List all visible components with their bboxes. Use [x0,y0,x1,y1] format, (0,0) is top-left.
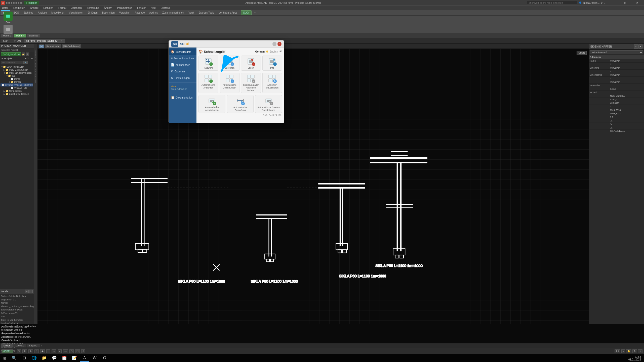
tree-item-root[interactable]: ▼ 📁 SuCri_Installation [1,65,33,68]
maximize-btn[interactable]: □ [619,0,631,6]
tree-item-001[interactable]: ▼ 📁 001 [1,74,33,77]
viewport-view-tag[interactable]: [-] [39,44,44,48]
lang-english[interactable]: English [270,50,278,53]
props-close-btn[interactable]: ✕ [638,44,642,49]
mod-tab-4[interactable]: Modul 4 [14,34,26,37]
status-clean-btn[interactable]: ☆ [638,349,642,353]
details-btn-1[interactable]: ≡ [25,290,29,293]
drawing-area[interactable]: SIKLA P80 L=1100 1m=1000 SIKLA P80 L=110… [37,49,589,324]
menu-parametrisch[interactable]: Parametrisch [116,6,133,10]
status-view-btn[interactable]: ○ [621,349,625,353]
lang-german[interactable]: German [255,50,265,53]
menu-datei[interactable]: Datei [1,6,9,10]
taskbar-start-btn[interactable]: ⊞ [1,355,9,362]
menu-fenster[interactable]: Fenster [136,6,147,10]
tool-auto-bemassung[interactable]: + + Automatische Bemaßung [227,95,254,113]
doc-tab-start[interactable]: Start [1,39,11,43]
freigeben-btn[interactable]: Freigeben [24,1,39,5]
tool-auto-ansichten[interactable]: + Automatische Ansichten [198,73,218,93]
status-polar-btn[interactable]: △ [34,349,39,353]
btab-layout2[interactable]: Layout2 [27,344,40,347]
tab-addins[interactable]: Add-ins [147,11,160,15]
search-input[interactable] [527,1,577,5]
menu-hilfe[interactable]: Hilfe [150,6,157,10]
tree-item-demo2[interactable]: ▼ 📁 Demo2 [1,80,33,83]
help-icon[interactable]: ? [604,2,605,4]
menu-zeichnen[interactable]: Zeichnen [70,6,83,10]
status-snap-btn[interactable]: □ [17,349,21,353]
tree-item-siframo[interactable]: 📋 siFramo_Typicals_StützF80 [1,83,33,86]
project-folder-icon[interactable]: 📁 [22,53,25,56]
tool-zuordnen[interactable]: + + Zuordnen [220,56,240,71]
tab-analyse[interactable]: Analyse [36,11,49,15]
menu-express[interactable]: Express [160,6,171,10]
tree-item-demo[interactable]: 📄 Demo [1,77,33,80]
taskbar-onenote-btn[interactable]: 📝 [70,355,79,362]
status-osnap-btn[interactable]: ◉ [40,349,45,353]
props-object-selector[interactable]: Keine Auswahl [590,50,643,54]
project-settings-icon[interactable]: ⚙ [26,53,29,56]
tab-zusammenarbeiten[interactable]: Zusammenarbeiten [160,11,186,15]
project-search-btn[interactable]: 🔍 [24,61,28,64]
popup-minimize-btn[interactable]: — [272,42,276,46]
popup-menu-sikla-ext[interactable]: sikla sikla extension [169,83,196,92]
doc-tab-001[interactable]: ☆ 001 [11,39,24,43]
tree-item-typicals[interactable]: 📄 Typicals_140 [1,86,33,89]
taskbar-mail-btn[interactable]: 📅 [60,355,69,362]
tool-auto-custom-anno[interactable]: ≡ ≡ Automatische Custom Annotationen [255,95,282,113]
close-btn[interactable]: ✕ [631,0,643,6]
minimize-btn[interactable]: — [607,0,619,6]
menu-einfuegen[interactable]: Einfügen [43,6,54,10]
popup-menu-schnellzugriff[interactable]: 🏠 Schnellzugriff [169,49,196,55]
tab-verwalten[interactable]: Verwalten [117,11,132,15]
taskbar-widgets-btn[interactable]: ⊡ [20,355,29,362]
tool-auto-zeichnungen[interactable]: + + Automatische Zeichnungen [220,73,240,93]
popup-menu-sekundar[interactable]: ≡ Sekundärstahlbau [169,55,196,62]
tree-item-rohrklassen[interactable]: ▶ 📁 Rohrklassen [1,89,33,93]
sikla-btn[interactable]: Sikla [3,11,14,24]
email-icon[interactable]: ✉ [279,50,282,53]
tab-stahlbau[interactable]: Stahlbau [21,11,35,15]
status-grid-btn[interactable]: ⊞ [22,349,27,353]
status-dyn-btn[interactable]: ≡ [58,349,62,353]
tab-express[interactable]: Express Tools [196,11,216,15]
menu-bemassung[interactable]: Bemaßung [86,6,100,10]
status-transp-btn[interactable]: ◻ [69,349,74,353]
props-toggle-btn[interactable]: ≡ [634,44,638,49]
project-selector[interactable]: SuCri_Installation [1,52,21,56]
menu-format[interactable]: Format [57,6,67,10]
menu-bearbeiten[interactable]: Bearbeiten [12,6,26,10]
status-ducs-btn[interactable]: → [52,349,56,353]
viewport-render-tag[interactable]: [Isometrisch] [45,44,61,48]
taskbar-explorer-btn[interactable]: 📁 [40,355,49,362]
mod-tab-licences[interactable]: Licences [27,34,40,37]
status-config-btn[interactable]: ⚙ [632,349,637,353]
doc-tab-drawing-close[interactable]: ✕ [60,40,62,42]
status-sel-btn[interactable]: ☐ [75,349,80,353]
tab-modellieren[interactable]: Modellieren [49,11,66,15]
project-refresh-icon[interactable]: ↻ [27,57,29,60]
status-ann-btn[interactable]: A [81,349,85,353]
menu-aendern[interactable]: Ändern [103,6,113,10]
status-lw-btn[interactable]: — [63,349,68,353]
popup-menu-dokumentation[interactable]: 📋 Dokumentation [169,94,196,101]
tab-verfuegbare[interactable]: Verfügbare Apps [217,11,239,15]
tool-auto-annotationen[interactable]: + + Automatische Annotationen [198,95,225,113]
doc-tab-new[interactable]: + [65,39,71,43]
popup-menu-zeichnungen[interactable]: 📄 Zeichnungen [169,62,196,68]
tab-sucri[interactable]: SuCri [241,10,252,15]
tab-vault[interactable]: Vault [186,11,196,15]
details-btn-2[interactable]: ↑ [29,290,33,293]
menu-ansicht[interactable]: Ansicht [29,6,39,10]
tool-loesen[interactable]: × × Lösen [241,56,261,71]
tool-auswahl[interactable]: + Auswahl [198,56,218,71]
settings-icon[interactable]: ⚙ [600,2,603,4]
tree-item-zugehoerige[interactable]: ▶ 📁 Zugehörige Dateien [1,93,33,96]
tab-ausgabe[interactable]: Ausgabe [133,11,147,15]
tab-visualisieren[interactable]: Visualisieren [67,11,85,15]
model-space-btn[interactable]: MODELL [2,349,13,353]
project-more-icon[interactable]: ⋯ [30,57,33,60]
taskbar-edge-btn[interactable]: 🌐 [30,355,39,362]
tool-ansichten-aktualisieren[interactable]: ↻ ↻ Ansichten aktualisieren [262,73,282,93]
schnellzugriff-popup[interactable]: SC SuCri — ✕ 🏠 Schnellzugriff ≡ Sekun [169,40,284,123]
